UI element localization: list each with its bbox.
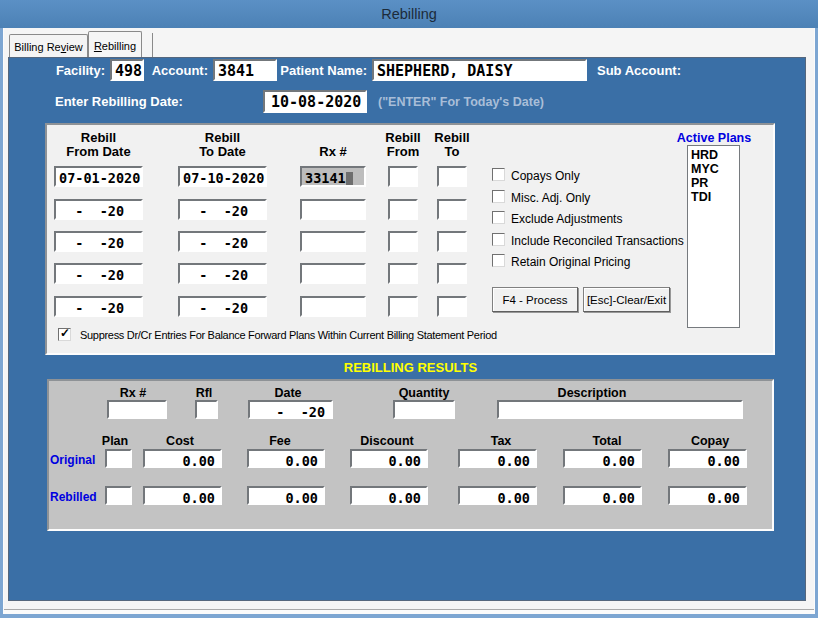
tab-strip-divider [152, 33, 153, 57]
col-copay-label: Copay [680, 434, 740, 448]
rebill-from-date-3[interactable]: - -20 [54, 231, 143, 252]
rebilled-total-field[interactable]: 0.00 [563, 486, 642, 505]
original-fee-field[interactable]: 0.00 [247, 449, 325, 468]
facility-field[interactable]: 498 [110, 59, 144, 81]
rebilled-cost-field[interactable]: 0.00 [143, 486, 222, 505]
tab-rebilling[interactable]: Rebilling [88, 31, 142, 57]
col-tax-label: Tax [471, 434, 531, 448]
rx-number-4[interactable] [300, 263, 366, 284]
exclude-adjustments-checkbox[interactable] [492, 211, 505, 224]
results-date-label: Date [258, 386, 318, 400]
results-description-label: Description [552, 386, 632, 400]
active-plans-title: Active Plans [676, 131, 752, 145]
rebill-from-3[interactable] [388, 231, 418, 252]
original-tax-field[interactable]: 0.00 [458, 449, 537, 468]
original-total-field[interactable]: 0.00 [563, 449, 642, 468]
rebilled-copay-field[interactable]: 0.00 [668, 486, 747, 505]
rebill-to-date-5[interactable]: - -20 [178, 296, 267, 317]
rebilled-tax-field[interactable]: 0.00 [458, 486, 537, 505]
rebilled-plan-field[interactable] [105, 486, 132, 505]
rebilling-date-field[interactable]: 10-08-2020 [263, 90, 367, 113]
rebill-from-date-2[interactable]: - -20 [54, 199, 143, 220]
rebill-from-date-1[interactable]: 07-01-2020 [54, 166, 143, 187]
original-discount-field[interactable]: 0.00 [350, 449, 428, 468]
rx-number-2[interactable] [300, 199, 366, 220]
include-reconciled-label: Include Reconciled Transactions [511, 234, 684, 248]
rebill-to-date-2[interactable]: - -20 [178, 199, 267, 220]
col-discount-label: Discount [352, 434, 422, 448]
original-row-label: Original [50, 453, 95, 467]
rebill-to-5[interactable] [437, 296, 467, 317]
rebill-from-1[interactable] [388, 166, 418, 187]
results-description-field[interactable] [497, 400, 743, 419]
rebill-to-1[interactable] [437, 166, 467, 187]
col-header-rebill-from-date: RebillFrom Date [54, 131, 143, 159]
facility-label: Facility: [55, 64, 105, 78]
results-rfl-label: Rfl [184, 386, 224, 400]
active-plan-item[interactable]: PR [691, 176, 739, 190]
active-plan-item[interactable]: TDI [691, 190, 739, 204]
tab-billing-review[interactable]: Billing Review [9, 34, 88, 57]
rebill-from-5[interactable] [388, 296, 418, 317]
active-plan-item[interactable]: MYC [691, 162, 739, 176]
window-title: Rebilling [381, 6, 437, 22]
col-plan-label: Plan [95, 434, 135, 448]
col-total-label: Total [577, 434, 637, 448]
rebill-to-date-3[interactable]: - -20 [178, 231, 267, 252]
clear-exit-button[interactable]: [Esc]-Clear/Exit [583, 287, 670, 312]
rebill-to-2[interactable] [437, 199, 467, 220]
results-rx-label: Rx # [103, 386, 163, 400]
col-header-rx: Rx # [300, 131, 366, 159]
account-field[interactable]: 3841 [213, 59, 277, 81]
rebill-to-4[interactable] [437, 263, 467, 284]
copays-only-checkbox[interactable] [492, 168, 505, 181]
suppress-drcr-label: Suppress Dr/Cr Entries For Balance Forwa… [80, 329, 497, 341]
rebill-from-date-5[interactable]: - -20 [54, 296, 143, 317]
rebill-from-date-4[interactable]: - -20 [54, 263, 143, 284]
patient-name-field[interactable]: SHEPHERD, DAISY [372, 59, 587, 81]
sub-account-label: Sub Account: [597, 64, 681, 78]
rx-number-3[interactable] [300, 231, 366, 252]
retain-original-pricing-checkbox[interactable] [492, 254, 505, 267]
active-plan-item[interactable]: HRD [691, 148, 739, 162]
col-header-rebill-to-date: RebillTo Date [178, 131, 267, 159]
active-plans-listbox[interactable]: HRD MYC PR TDI [687, 145, 740, 328]
suppress-drcr-checkbox[interactable] [58, 328, 71, 341]
rx-number-1[interactable]: 33141 [300, 166, 366, 187]
rebill-to-3[interactable] [437, 231, 467, 252]
retain-original-pricing-label: Retain Original Pricing [511, 255, 630, 269]
results-quantity-field[interactable] [393, 400, 455, 419]
rebill-from-2[interactable] [388, 199, 418, 220]
title-bar: Rebilling [0, 0, 818, 28]
misc-adj-only-label: Misc. Adj. Only [511, 191, 590, 205]
col-header-rebill-to: RebillTo [422, 131, 482, 159]
results-rx-field[interactable] [107, 400, 167, 419]
include-reconciled-checkbox[interactable] [492, 233, 505, 246]
exclude-adjustments-label: Exclude Adjustments [511, 212, 622, 226]
rx-number-5[interactable] [300, 296, 366, 317]
results-date-field[interactable]: - -20 [248, 400, 333, 419]
rebilling-date-label: Enter Rebilling Date: [55, 95, 183, 109]
rebill-from-4[interactable] [388, 263, 418, 284]
original-plan-field[interactable] [105, 449, 132, 468]
copays-only-label: Copays Only [511, 169, 580, 183]
col-cost-label: Cost [150, 434, 210, 448]
rebilling-results-title: REBILLING RESULTS [47, 360, 774, 375]
account-label: Account: [145, 64, 208, 78]
results-quantity-label: Quantity [393, 386, 455, 400]
tab-billing-review-label: Billing Re [14, 41, 60, 53]
misc-adj-only-checkbox[interactable] [492, 190, 505, 203]
col-fee-label: Fee [250, 434, 310, 448]
rebill-to-date-4[interactable]: - -20 [178, 263, 267, 284]
original-cost-field[interactable]: 0.00 [143, 449, 222, 468]
rebilled-row-label: Rebilled [50, 490, 97, 504]
rebill-to-date-1[interactable]: 07-10-2020 [178, 166, 267, 187]
rebilled-fee-field[interactable]: 0.00 [247, 486, 325, 505]
original-copay-field[interactable]: 0.00 [668, 449, 747, 468]
rebilled-discount-field[interactable]: 0.00 [350, 486, 428, 505]
tab-rebilling-label: R [94, 40, 102, 52]
results-rfl-field[interactable] [195, 400, 218, 419]
rebilling-date-hint: ("ENTER" For Today's Date) [378, 95, 544, 109]
patient-name-label: Patient Name: [275, 64, 367, 78]
process-button[interactable]: F4 - Process [492, 287, 578, 312]
